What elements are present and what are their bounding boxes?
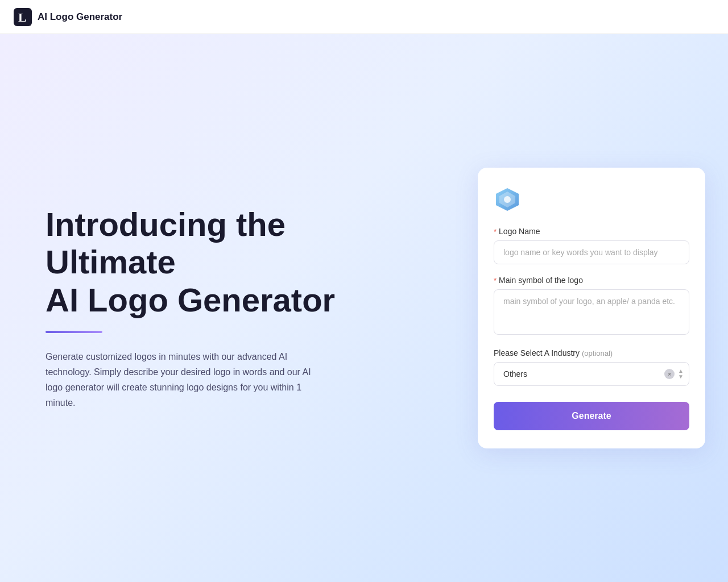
industry-optional: (optional) [582,349,613,357]
hero-description: Generate customized logos in minutes wit… [46,349,330,411]
select-clear-button[interactable]: × [664,369,675,379]
industry-select-wrapper: Others Technology Food & Beverage Fashio… [494,362,689,386]
svg-text:L: L [18,10,27,24]
industry-label: Please Select A Industry (optional) [494,348,689,357]
headline-line3: AI Logo Generator [46,281,335,318]
industry-select[interactable]: Others Technology Food & Beverage Fashio… [494,362,689,386]
logo-name-input[interactable] [494,240,689,264]
site-title: AI Logo Generator [38,11,122,23]
main-content: Introducing the Ultimate AI Logo Generat… [0,34,728,582]
industry-label-text: Please Select A Industry [494,348,580,357]
logo-container: L AI Logo Generator [14,8,122,26]
symbol-required: * [494,276,497,285]
svg-point-4 [504,196,511,203]
headline-line2: Ultimate [46,243,176,280]
clear-icon: × [668,371,671,377]
header: L AI Logo Generator [0,0,728,34]
form-section: * Logo Name * Main symbol of the logo Pl… [466,34,728,582]
logo-icon: L [14,8,32,26]
industry-group: Please Select A Industry (optional) Othe… [494,348,689,386]
symbol-label: * Main symbol of the logo [494,276,689,285]
form-icon [494,186,521,213]
form-card: * Logo Name * Main symbol of the logo Pl… [478,168,705,448]
generate-button[interactable]: Generate [494,402,689,430]
hero-headline: Introducing the Ultimate AI Logo Generat… [46,206,421,319]
symbol-input[interactable] [494,289,689,335]
logo-name-group: * Logo Name [494,227,689,264]
logo-name-required: * [494,227,497,236]
logo-name-label: * Logo Name [494,227,689,236]
logo-name-label-text: Logo Name [499,227,540,236]
symbol-group: * Main symbol of the logo [494,276,689,337]
symbol-label-text: Main symbol of the logo [499,276,583,285]
headline-line1: Introducing the [46,206,286,243]
hero-section: Introducing the Ultimate AI Logo Generat… [0,34,466,582]
headline-divider [46,331,102,333]
